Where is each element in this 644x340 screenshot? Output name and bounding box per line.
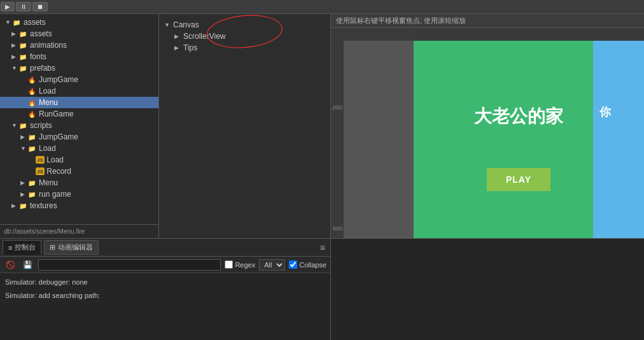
tree-label: fonts [30,52,46,61]
expand-arrow: ▶ [11,31,18,37]
tree-item-scripts-menu[interactable]: ▶ 📁 Menu [0,177,158,188]
regex-text: Regex [235,261,255,269]
console-content: Simulator: debugger: none Simulator: add… [0,273,330,340]
tree-label: textures [30,201,57,210]
expand-arrow: ▶ [20,134,27,140]
tree-label: Load [39,144,56,153]
console-line-2: Simulator: add searching path: [5,289,325,302]
ruler-left: 1,000 500 0 [331,28,344,238]
play-button[interactable]: ▶ [1,2,15,11]
tab-console[interactable]: ≡ 控制台 [3,240,41,255]
hierarchy-tips[interactable]: ▶ Tips [159,42,330,53]
hierarchy-label: ScrollerView [183,32,225,41]
folder-icon: 📁 [18,64,28,73]
blue-panel-text: 你 [599,104,611,120]
folder-icon: 📁 [18,29,28,38]
hierarchy-tree: ▼ Canvas ▶ ScrollerView ▶ Tips [159,14,330,59]
game-view-panel: 使用鼠标右键平移视窗焦点; 使用滚轮缩放 1,000 500 0 大老公的家 [331,14,644,238]
console-tab-icon: ≡ [8,244,12,251]
console-line-1: Simulator: debugger: none [5,276,325,289]
expand-arrow: ▶ [174,33,181,39]
folder-icon: 📁 [11,18,22,27]
bottom-area: ≡ 控制台 ⊞ 动画编辑器 ≡ 🚫 💾 Regex All [0,238,644,340]
tree-label: JumpGame [39,75,78,84]
tree-item-fonts[interactable]: ▶ 📁 animations [0,39,158,51]
tree-item-load[interactable]: 🔥 Load [0,85,158,97]
tree-item-scripts-jumpgame[interactable]: ▶ 📁 JumpGame [0,131,158,143]
file-path-status: db://assets/scenes/Menu.fire [0,224,158,238]
tree-item-record-js[interactable]: JS Record [0,166,158,177]
tree-label: JumpGame [39,132,78,141]
expand-arrow: ▶ [174,45,181,51]
tree-item-rungame[interactable]: 🔥 RunGame [0,108,158,120]
expand-arrow: ▼ [164,22,171,28]
tree-item-animations[interactable]: ▶ 📁 assets [0,28,158,39]
ruler-mark-500: 500 [333,225,344,232]
hierarchy-scrollerview[interactable]: ▶ ScrollerView [159,31,330,42]
folder-icon: 📁 [27,132,37,141]
expand-arrow: ▶ [20,191,27,197]
expand-arrow: ▼ [20,145,27,152]
ruler-mark-1000: 1,000 [331,104,344,111]
fire-icon: 🔥 [27,87,37,96]
status-path: db://assets/scenes/Menu.fire [4,228,85,235]
hierarchy-label: Canvas [173,20,199,29]
expand-arrow: ▶ [11,42,18,48]
console-clear-button[interactable]: 🚫 [4,260,17,270]
tree-item-scripts-load[interactable]: ▼ 📁 Load [0,143,158,154]
expand-arrow: ▶ [20,180,27,186]
expand-arrow: ▼ [11,65,18,71]
tree-item-menu[interactable]: 🔥 Menu [0,97,158,108]
filter-select[interactable]: All [259,259,285,271]
folder-icon: 📁 [18,121,28,130]
tree-item-scripts[interactable]: ▼ 📁 scripts [0,120,158,131]
tree-label: run game [39,190,71,199]
blue-side-panel: 你 你 [593,41,644,238]
pause-button[interactable]: ⏸ [16,2,31,11]
tree-label: Menu [39,98,58,107]
tree-item-textures[interactable]: ▶ 📁 textures [0,200,158,211]
folder-icon: 📁 [27,178,37,187]
tree-item-jumpgame[interactable]: 🔥 JumpGame [0,74,158,85]
panel-options-button[interactable]: ≡ [318,243,328,253]
bottom-left-panel: ≡ 控制台 ⊞ 动画编辑器 ≡ 🚫 💾 Regex All [0,239,331,340]
tree-label: Load [39,87,56,96]
collapse-text: Collapse [299,261,326,269]
console-save-button[interactable]: 💾 [21,260,34,270]
tree-item-scripts-rungame[interactable]: ▶ 📁 run game [0,188,158,200]
expand-arrow: ▶ [11,53,18,60]
fire-icon: 🔥 [27,98,37,107]
expand-arrow: ▼ [5,19,11,25]
canvas-area[interactable]: 大老公的家 PLAY 你最近跑了0m [344,28,644,238]
left-panel: ▼ 📁 assets ▶ 📁 assets ▶ 📁 animations [0,14,159,238]
tree-item-load-js[interactable]: JS Load [0,154,158,166]
hierarchy-panel: ▼ Canvas ▶ ScrollerView ▶ Tips [159,14,331,238]
tree-label: RunGame [39,110,74,118]
game-title: 大老公的家 [414,104,624,129]
folder-icon: 📁 [18,201,28,210]
hierarchy-canvas[interactable]: ▼ Canvas [159,19,330,31]
ruler-corner [331,28,344,41]
bottom-right-panel [331,239,644,340]
stop-button[interactable]: ⏹ [32,2,48,11]
tab-animation[interactable]: ⊞ 动画编辑器 [44,240,99,255]
tree-item-scenes[interactable]: ▼ 📁 prefabs [0,62,158,74]
tree-label: Load [46,155,64,164]
game-view[interactable]: 1,000 500 0 大老公的家 PLAY 你最近跑了0m [331,28,644,238]
tree-label: Menu [39,178,58,187]
fire-icon: 🔥 [27,110,37,118]
collapse-checkbox[interactable] [289,260,297,269]
collapse-label: Collapse [289,260,326,269]
console-search-input[interactable] [38,259,221,271]
animation-tab-icon: ⊞ [50,243,55,251]
regex-checkbox[interactable] [225,260,233,269]
tree-item-assets[interactable]: ▼ 📁 assets [0,17,158,28]
play-game-button[interactable]: PLAY [487,168,550,191]
tree-item-prefabs[interactable]: ▶ 📁 fonts [0,51,158,62]
tree-label: animations [30,41,67,50]
folder-icon: 📁 [18,52,28,61]
ruler-top [344,28,644,41]
tree-label: prefabs [30,64,55,73]
game-screen: 大老公的家 PLAY 你最近跑了0m [414,41,624,238]
tree-label: assets [30,29,52,38]
